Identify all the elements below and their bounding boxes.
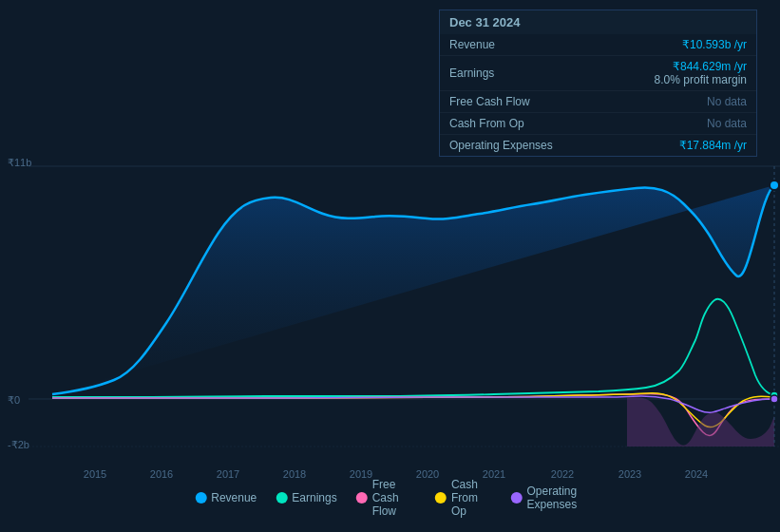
- tooltip-opex-row: Operating Expenses ₹17.884m /yr: [440, 135, 756, 156]
- tooltip-earnings-label: Earnings: [449, 66, 563, 80]
- legend-fcf-dot: [356, 492, 368, 504]
- svg-point-5: [770, 180, 779, 190]
- legend-opex-dot: [511, 492, 523, 504]
- legend-cashop-dot: [435, 492, 447, 504]
- x-label-2016: 2016: [150, 468, 173, 480]
- x-label-2023: 2023: [618, 468, 641, 480]
- tooltip-cashop-label: Cash From Op: [449, 117, 563, 130]
- tooltip-fcf-value: No data: [707, 95, 747, 108]
- x-label-2015: 2015: [84, 468, 106, 480]
- svg-point-7: [770, 395, 778, 403]
- tooltip-fcf-label: Free Cash Flow: [449, 95, 563, 108]
- legend-earnings[interactable]: Earnings: [276, 491, 336, 504]
- tooltip-earnings-value: ₹844.629m /yr: [673, 60, 747, 73]
- tooltip-date: Dec 31 2024: [440, 10, 756, 34]
- legend-cashop[interactable]: Cash From Op: [435, 478, 492, 518]
- chart-container: ₹11b ₹0 -₹2b 2015 2016 2017 2018 2019 20…: [0, 0, 780, 532]
- tooltip-cashop-row: Cash From Op No data: [440, 113, 756, 135]
- tooltip-opex-value: ₹17.884m /yr: [679, 139, 747, 152]
- tooltip-revenue-value: ₹10.593b /yr: [682, 38, 747, 51]
- legend-revenue[interactable]: Revenue: [195, 491, 257, 504]
- legend-earnings-label: Earnings: [292, 491, 336, 504]
- tooltip-earnings-row: Earnings ₹844.629m /yr 8.0% profit margi…: [440, 56, 756, 91]
- y-label-top: ₹11b: [8, 157, 31, 169]
- tooltip-cashop-value: No data: [707, 117, 747, 130]
- legend-earnings-dot: [276, 492, 287, 504]
- y-label-bottom: -₹2b: [8, 439, 29, 451]
- tooltip-revenue-label: Revenue: [449, 38, 563, 51]
- x-label-2024: 2024: [685, 468, 708, 480]
- legend-opex-label: Operating Expenses: [527, 484, 585, 511]
- tooltip-profit-margin: 8.0% profit margin: [655, 73, 747, 86]
- legend-fcf[interactable]: Free Cash Flow: [356, 478, 416, 518]
- chart-legend: Revenue Earnings Free Cash Flow Cash Fro…: [195, 478, 585, 518]
- tooltip-opex-label: Operating Expenses: [449, 139, 563, 152]
- legend-opex[interactable]: Operating Expenses: [511, 484, 585, 511]
- legend-fcf-label: Free Cash Flow: [372, 478, 416, 518]
- y-label-mid: ₹0: [8, 394, 20, 407]
- tooltip-panel: Dec 31 2024 Revenue ₹10.593b /yr Earning…: [439, 10, 757, 157]
- tooltip-fcf-row: Free Cash Flow No data: [440, 91, 756, 113]
- legend-revenue-label: Revenue: [211, 491, 257, 504]
- tooltip-revenue-row: Revenue ₹10.593b /yr: [440, 34, 756, 56]
- legend-cashop-label: Cash From Op: [451, 478, 492, 518]
- legend-revenue-dot: [195, 492, 206, 504]
